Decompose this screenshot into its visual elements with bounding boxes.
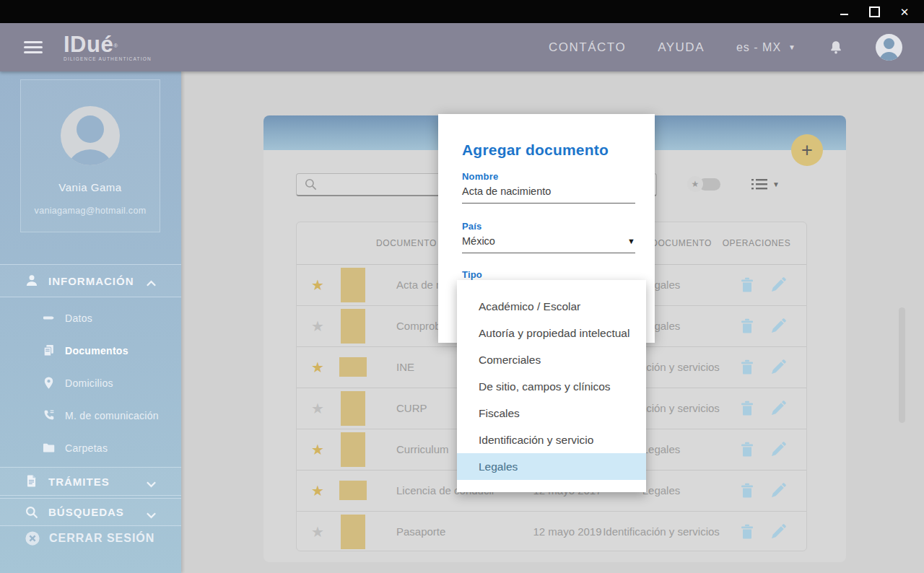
delete-icon[interactable] xyxy=(738,359,756,376)
document-name[interactable]: Curriculum xyxy=(396,443,449,455)
document-name[interactable]: CURP xyxy=(396,402,427,414)
field-label-nombre: Nombre xyxy=(462,171,655,182)
logout-label: CERRAR SESIÓN xyxy=(49,532,154,545)
field-label-pais: País xyxy=(462,221,655,232)
document-thumbnail[interactable] xyxy=(339,481,367,500)
app-header: IDué® DILIGENCE AUTHENTICATION CONTÁCTO … xyxy=(0,23,924,71)
favorite-star-icon[interactable]: ★ xyxy=(308,318,327,335)
edit-icon[interactable] xyxy=(770,359,787,376)
nav-ayuda[interactable]: AYUDA xyxy=(658,40,705,55)
map-pin-icon xyxy=(42,376,56,390)
logo-tagline: DILIGENCE AUTHENTICATION xyxy=(64,57,152,62)
edit-icon[interactable] xyxy=(770,523,787,541)
nav-contacto[interactable]: CONTÁCTO xyxy=(549,40,626,55)
section-label: BÚSQUEDAS xyxy=(48,506,124,518)
sidebar-section-busquedas[interactable]: BÚSQUEDAS xyxy=(0,499,181,525)
sidebar: Vania Gama vaniagamag@hotmail.com INFORM… xyxy=(0,71,181,573)
chevron-down-icon: ▼ xyxy=(772,180,780,188)
logout-button[interactable]: CERRAR SESIÓN xyxy=(0,528,181,549)
tipo-dropdown-menu: Académico / Escolar Autoría y propiedad … xyxy=(457,280,646,492)
document-name[interactable]: Pasaporte xyxy=(396,525,445,538)
favorites-filter-toggle[interactable]: ★ xyxy=(687,176,720,192)
sidebar-item-label: Documentos xyxy=(65,345,128,357)
card-icon xyxy=(42,311,56,325)
sidebar-item-documentos[interactable]: Documentos xyxy=(0,334,181,367)
minimize-icon[interactable] xyxy=(837,5,850,18)
search-icon xyxy=(304,178,318,191)
dropdown-option[interactable]: De sitio, campos y clínicos xyxy=(457,373,646,400)
profile-card: Vania Gama vaniagamag@hotmail.com xyxy=(20,79,160,232)
sidebar-item-datos[interactable]: Datos xyxy=(0,302,181,334)
section-label: INFORMACIÓN xyxy=(48,275,134,287)
delete-icon[interactable] xyxy=(738,318,756,335)
delete-icon[interactable] xyxy=(738,441,756,458)
document-name[interactable]: INE xyxy=(396,361,414,373)
favorite-star-icon[interactable]: ★ xyxy=(308,441,327,458)
nombre-value: Acta de nacimiento xyxy=(462,185,551,197)
modal-title: Agregar documento xyxy=(462,141,655,159)
favorite-star-icon[interactable]: ★ xyxy=(308,482,327,499)
star-icon: ★ xyxy=(692,179,699,189)
favorite-star-icon[interactable]: ★ xyxy=(308,523,327,541)
dropdown-option[interactable]: Identificación y servicio xyxy=(457,427,646,453)
scrollbar[interactable] xyxy=(899,307,905,423)
header-nav: CONTÁCTO AYUDA es - MX ▼ xyxy=(549,34,902,61)
edit-icon[interactable] xyxy=(770,441,787,458)
close-icon[interactable]: ✕ xyxy=(898,5,911,18)
edit-icon[interactable] xyxy=(770,482,787,499)
add-document-button[interactable]: + xyxy=(791,134,823,166)
sidebar-item-carpetas[interactable]: Carpetas xyxy=(0,432,181,464)
search-icon xyxy=(25,505,39,520)
person-icon xyxy=(25,274,39,288)
sidebar-section-tramites[interactable]: TRÁMITES xyxy=(0,468,181,495)
document-thumbnail[interactable] xyxy=(341,432,365,467)
document-thumbnail[interactable] xyxy=(339,357,367,377)
maximize-icon[interactable] xyxy=(868,5,881,18)
document-thumbnail[interactable] xyxy=(341,391,365,426)
edit-icon[interactable] xyxy=(770,276,787,294)
nombre-input[interactable]: Acta de nacimiento xyxy=(462,185,635,204)
view-mode-selector[interactable]: ▼ xyxy=(751,178,780,191)
delete-icon[interactable] xyxy=(738,482,756,499)
chevron-down-icon: ▼ xyxy=(788,43,796,51)
sidebar-item-comunicacion[interactable]: M. de comunicación xyxy=(0,399,181,432)
folder-icon xyxy=(42,441,56,455)
language-value: es - MX xyxy=(736,41,781,54)
menu-icon[interactable] xyxy=(24,41,43,53)
chevron-up-icon xyxy=(146,277,157,284)
sidebar-item-domicilios[interactable]: Domicilios xyxy=(0,367,181,399)
profile-avatar[interactable] xyxy=(61,106,120,165)
document-thumbnail[interactable] xyxy=(341,268,365,302)
chevron-down-icon xyxy=(146,478,157,485)
notifications-bell-icon[interactable] xyxy=(828,39,844,56)
favorite-star-icon[interactable]: ★ xyxy=(308,400,327,417)
list-view-icon xyxy=(751,178,767,191)
favorite-star-icon[interactable]: ★ xyxy=(308,276,327,294)
dropdown-option-highlighted[interactable]: Legales xyxy=(457,453,646,480)
os-titlebar: ✕ xyxy=(0,0,924,23)
delete-icon[interactable] xyxy=(738,400,756,417)
dropdown-option[interactable]: Fiscales xyxy=(457,400,646,427)
logout-x-icon xyxy=(25,530,40,546)
dropdown-option[interactable]: Autoría y propiedad intelectual xyxy=(457,320,646,346)
delete-icon[interactable] xyxy=(738,523,756,541)
chevron-down-icon xyxy=(146,509,157,516)
document-category: Identificación y servicios xyxy=(596,525,726,538)
edit-icon[interactable] xyxy=(770,318,787,335)
profile-email: vaniagamag@hotmail.com xyxy=(21,206,160,216)
sidebar-section-informacion[interactable]: INFORMACIÓN xyxy=(0,265,181,297)
document-thumbnail[interactable] xyxy=(341,515,365,549)
dropdown-option[interactable]: Comerciales xyxy=(457,346,646,373)
document-icon xyxy=(25,474,39,489)
profile-name: Vania Gama xyxy=(21,181,160,193)
language-selector[interactable]: es - MX ▼ xyxy=(736,41,796,54)
dropdown-option[interactable]: Académico / Escolar xyxy=(457,293,646,320)
user-avatar[interactable] xyxy=(876,34,902,61)
app-logo: IDué® DILIGENCE AUTHENTICATION xyxy=(64,33,152,62)
document-thumbnail[interactable] xyxy=(341,309,365,344)
sidebar-item-label: Domicilios xyxy=(65,377,113,389)
edit-icon[interactable] xyxy=(770,400,787,417)
delete-icon[interactable] xyxy=(738,276,756,294)
pais-select[interactable]: México ▼ xyxy=(462,235,635,253)
favorite-star-icon[interactable]: ★ xyxy=(308,359,327,376)
